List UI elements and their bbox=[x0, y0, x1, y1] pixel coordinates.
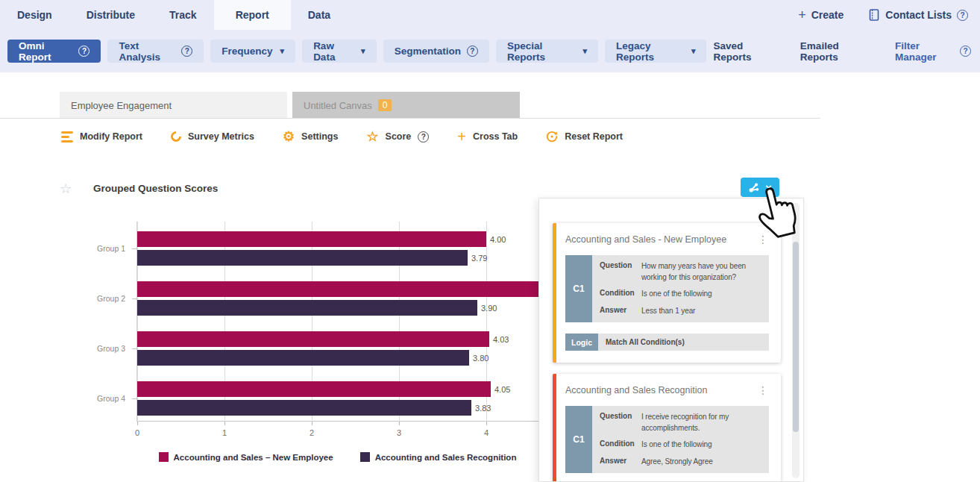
report-actions: Modify Report Survey Metrics ⚙ Settings … bbox=[61, 125, 623, 148]
nav-tab-design[interactable]: Design bbox=[0, 0, 69, 30]
row-label: Question bbox=[600, 261, 641, 283]
help-icon[interactable] bbox=[418, 131, 429, 143]
row-label: Question bbox=[600, 412, 641, 434]
score-button[interactable]: ☆ Score bbox=[366, 130, 429, 143]
group-axis-dash bbox=[132, 298, 137, 299]
canvas-tab-untitled[interactable]: Untitled Canvas 0 bbox=[292, 92, 520, 119]
reset-report-button[interactable]: Reset Report bbox=[546, 131, 623, 143]
logic-value: Match All Condition(s) bbox=[598, 334, 769, 351]
legend-label: Accounting and Sales – New Employee bbox=[174, 453, 333, 462]
kebab-menu-icon[interactable]: ⋮ bbox=[758, 385, 769, 395]
legend-label: Accounting and Sales Recognition bbox=[375, 453, 517, 462]
bar-value-label: 3.79 bbox=[471, 254, 487, 263]
score-star-icon: ☆ bbox=[366, 130, 378, 143]
row-value: Is one of the following bbox=[641, 439, 764, 451]
bar-value-label: 3.83 bbox=[475, 404, 491, 413]
row-value: Is one of the following bbox=[641, 289, 764, 300]
bar-group1-s1 bbox=[137, 231, 486, 247]
address-book-icon bbox=[869, 9, 880, 21]
special-reports-dropdown[interactable]: Special Reports bbox=[496, 40, 598, 63]
create-button[interactable]: + Create bbox=[798, 8, 844, 22]
group-label: Group 4 bbox=[97, 394, 125, 403]
bar-group2-s2 bbox=[137, 300, 477, 316]
reset-report-icon bbox=[546, 131, 558, 143]
action-label: Cross Tab bbox=[473, 131, 518, 142]
panel-scrollbar-thumb[interactable] bbox=[793, 242, 799, 432]
help-icon[interactable] bbox=[181, 46, 192, 57]
tab-label: Employee Engagement bbox=[71, 100, 172, 111]
logic-badge: Logic bbox=[565, 334, 598, 351]
button-label: Text Analysis bbox=[119, 40, 175, 63]
nav-tab-distribute[interactable]: Distribute bbox=[69, 0, 152, 30]
row-value: I receive recognition for my accomplishm… bbox=[641, 412, 764, 434]
survey-metrics-button[interactable]: Survey Metrics bbox=[171, 131, 254, 142]
canvas-tabs: Employee Engagement Untitled Canvas 0 bbox=[60, 92, 520, 119]
raw-data-dropdown[interactable]: Raw Data bbox=[302, 40, 377, 63]
help-icon[interactable] bbox=[467, 46, 478, 57]
axis-tick bbox=[137, 422, 138, 425]
cross-tab-button[interactable]: + Cross Tab bbox=[457, 129, 518, 144]
action-label: Modify Report bbox=[80, 131, 142, 142]
condition-table: C1 QuestionI receive recognition for my … bbox=[565, 406, 769, 473]
button-label: Segmentation bbox=[395, 46, 461, 57]
axis-tick bbox=[224, 422, 225, 425]
bar-value-label: 3.80 bbox=[473, 354, 489, 363]
bar-value-label: 3.90 bbox=[481, 304, 497, 313]
chart-title: Grouped Question Scores bbox=[93, 183, 218, 194]
top-nav: Design Distribute Track Report Data + Cr… bbox=[0, 0, 980, 30]
group-label: Group 2 bbox=[97, 294, 125, 303]
chart-plot: 012344.003.793.904.033.804.053.83 bbox=[136, 222, 538, 422]
emailed-reports-link[interactable]: Emailed Reports bbox=[800, 40, 871, 63]
group-label: Group 1 bbox=[97, 244, 125, 253]
nav-tab-track[interactable]: Track bbox=[152, 0, 214, 30]
help-icon[interactable] bbox=[78, 46, 89, 57]
modify-report-button[interactable]: Modify Report bbox=[61, 131, 142, 143]
group-axis-dash bbox=[132, 398, 137, 399]
condition-id-badge: C1 bbox=[565, 255, 592, 322]
row-value: How many years have you been working for… bbox=[641, 261, 764, 283]
contact-lists-button[interactable]: Contact Lists bbox=[869, 9, 968, 21]
bar-group3-s2 bbox=[137, 350, 469, 366]
app-screen: Design Distribute Track Report Data + Cr… bbox=[0, 0, 980, 482]
settings-button[interactable]: ⚙ Settings bbox=[283, 130, 338, 143]
plus-icon: + bbox=[798, 8, 806, 22]
legend-item: Accounting and Sales Recognition bbox=[360, 452, 517, 462]
filter-card-recognition: Accounting and Sales Recognition ⋮ C1 Qu… bbox=[553, 374, 781, 482]
condition-id-badge: C1 bbox=[565, 406, 592, 473]
text-analysis-button[interactable]: Text Analysis bbox=[107, 40, 204, 63]
row-value: Agree, Strongly Agree bbox=[641, 457, 764, 468]
row-label: Answer bbox=[600, 457, 641, 468]
nav-tab-data[interactable]: Data bbox=[291, 0, 348, 30]
axis-tick bbox=[486, 422, 487, 425]
saved-reports-link[interactable]: Saved Reports bbox=[713, 40, 776, 63]
row-label: Answer bbox=[600, 306, 641, 317]
modify-report-icon bbox=[61, 131, 73, 143]
bar-value-label: 4.00 bbox=[490, 235, 506, 244]
create-label: Create bbox=[811, 9, 844, 21]
filter-card-new-employee: Accounting and Sales - New Employee ⋮ C1… bbox=[553, 223, 781, 363]
action-label: Survey Metrics bbox=[188, 131, 254, 142]
card-title: Accounting and Sales Recognition bbox=[565, 385, 707, 395]
filter-manager-link[interactable]: Filter Manager bbox=[895, 40, 971, 63]
group-label: Group 3 bbox=[97, 344, 125, 353]
favorite-star-icon[interactable]: ☆ bbox=[60, 181, 72, 197]
condition-table: C1 QuestionHow many years have you been … bbox=[565, 255, 769, 322]
chart-group-labels: Group 1Group 2Group 3Group 4 bbox=[66, 222, 131, 422]
nav-tab-report[interactable]: Report bbox=[214, 0, 291, 30]
axis-tick bbox=[399, 422, 400, 425]
axis-tick-label: 1 bbox=[222, 428, 227, 437]
row-value: Less than 1 year bbox=[641, 306, 764, 317]
frequency-dropdown[interactable]: Frequency bbox=[210, 40, 295, 63]
bar-group3-s1 bbox=[137, 331, 489, 347]
tab-count-badge: 0 bbox=[378, 99, 392, 111]
canvas-tab-employee-engagement[interactable]: Employee Engagement bbox=[60, 92, 287, 119]
help-icon[interactable] bbox=[957, 10, 968, 21]
help-icon[interactable] bbox=[960, 46, 971, 57]
bar-value-label: 4.05 bbox=[494, 385, 510, 394]
action-label: Score bbox=[386, 131, 412, 142]
button-label: Raw Data bbox=[313, 40, 354, 63]
legend-swatch-series1 bbox=[159, 452, 169, 462]
legacy-reports-dropdown[interactable]: Legacy Reports bbox=[605, 40, 706, 63]
segmentation-button[interactable]: Segmentation bbox=[383, 40, 489, 63]
omni-report-button[interactable]: Omni Report bbox=[7, 40, 101, 63]
